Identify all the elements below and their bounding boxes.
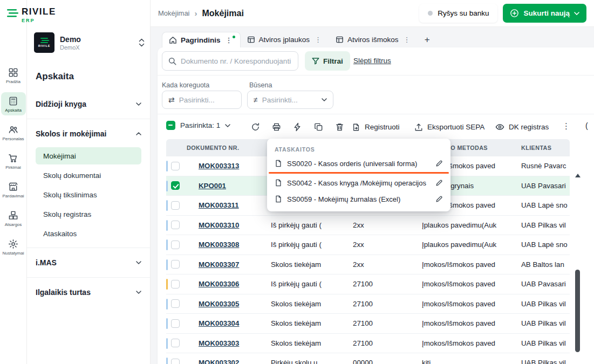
- document-link[interactable]: MOK003306: [199, 280, 239, 288]
- status-select[interactable]: ≠ Pasirinkti...: [247, 91, 333, 109]
- sidebar-item-apskaita[interactable]: Apskaita: [1, 92, 26, 115]
- document-link[interactable]: MOK003307: [199, 260, 239, 269]
- account-cell: 00000: [340, 359, 415, 364]
- row-checkbox[interactable]: [171, 162, 180, 170]
- document-link[interactable]: MOK003302: [199, 359, 239, 364]
- row-checkbox[interactable]: [171, 280, 180, 289]
- method-cell: Įmokos/Išmokos paved: [415, 280, 515, 288]
- sidebar-group-didzioji-knyga[interactable]: Didžioji knyga: [36, 93, 141, 115]
- sidebar-section-title: Apskaita: [36, 71, 141, 82]
- table-row[interactable]: MOK003303 Skolos tiekėjam 27100 Įmokos/I…: [166, 334, 570, 354]
- row-checkbox[interactable]: [171, 241, 180, 249]
- tab-menu-icon[interactable]: ⋮: [224, 37, 234, 44]
- table-row[interactable]: MOK003304 Skolos tiekėjam 27100 Įmokos/I…: [166, 314, 570, 334]
- document-link[interactable]: MOK003304: [199, 319, 239, 327]
- table-row[interactable]: MOK003307 Skolos tiekėjam 2xx Įmokos/Išm…: [166, 255, 570, 275]
- header-document-nr[interactable]: DOKUMENTO NR.: [185, 145, 264, 151]
- report-item-ss0059[interactable]: SS0059 - Mokėjimų žurnalas (Excel): [267, 191, 450, 207]
- print-button[interactable]: [269, 120, 283, 134]
- table-row[interactable]: MOK003306 Iš pirkėjų gauti ( 27100 Įmoko…: [166, 274, 570, 294]
- nav-item-label: Skolų dokumentai: [43, 171, 101, 180]
- row-checkbox[interactable]: [171, 181, 180, 190]
- tab-menu-icon[interactable]: ⋮: [313, 36, 323, 43]
- report-item-ss0020[interactable]: SS0020 - Kasos orderis (universali forma…: [267, 155, 450, 171]
- document-link[interactable]: MOK003308: [199, 241, 239, 249]
- hide-filters-link[interactable]: Slėpti filtrus: [353, 57, 391, 65]
- row-checkbox[interactable]: [171, 299, 180, 308]
- refresh-button[interactable]: [248, 120, 262, 134]
- export-sepa-button[interactable]: Eksportuoti SEPA: [414, 120, 484, 134]
- scroll-up-arrow-icon[interactable]: [575, 174, 581, 177]
- sidebar-item-atsargos[interactable]: Atsargos: [1, 207, 26, 230]
- register-button[interactable]: Registruoti: [352, 120, 400, 134]
- sidebar-item-ataskaitos[interactable]: Ataskaitos: [36, 225, 141, 242]
- report-item-label: SS0059 - Mokėjimų žurnalas (Excel): [287, 195, 431, 203]
- delete-button[interactable]: [332, 120, 346, 134]
- sidebar-item-pardavimai[interactable]: Pardavimai: [1, 178, 26, 201]
- report-item-ss0042[interactable]: SS0042 - Kasos knyga /Mokėjimų operacijo…: [267, 175, 450, 191]
- filter-field-label: Kada koreguota: [162, 81, 209, 89]
- export-sepa-label: Eksportuoti SEPA: [427, 123, 484, 131]
- selection-dropdown[interactable]: Pasirinkta: 1: [166, 121, 230, 130]
- sidebar-item-mokejimai[interactable]: Mokėjimai: [36, 147, 141, 164]
- org-switcher[interactable]: RIVILE Demo DemoX: [34, 32, 145, 53]
- add-tab-button[interactable]: +: [418, 32, 436, 47]
- menu-burger-icon[interactable]: [7, 9, 19, 17]
- sidebar-item-nustatymai[interactable]: Nustatymai: [1, 235, 26, 258]
- document-link[interactable]: MOK003310: [199, 221, 239, 229]
- document-link[interactable]: MOK003303: [199, 339, 239, 347]
- document-link[interactable]: MOK003313: [199, 162, 239, 170]
- create-new-button[interactable]: Sukurti naują: [503, 4, 586, 23]
- zap-button[interactable]: [290, 120, 304, 134]
- sidebar-item-skolu-tikslinimas[interactable]: Skolų tikslinimas: [36, 186, 141, 203]
- operation-cell: Iš pirkėjų gauti (: [264, 221, 340, 229]
- sidebar-item-skolu-dokumentai[interactable]: Skolų dokumentai: [36, 167, 141, 184]
- account-cell: 27100: [340, 280, 415, 288]
- operation-cell: Skolos tiekėjam: [264, 319, 340, 327]
- table-row[interactable]: MOK003310 Iš pirkėjų gauti ( 2xx Įplauko…: [166, 216, 570, 236]
- table-row[interactable]: MOK003305 Skolos tiekėjam 27100 Įmokos/I…: [166, 294, 570, 314]
- rail-label: Nustatymai: [2, 251, 24, 256]
- tab-atviros-iplaukos[interactable]: Atviros įplaukos ⋮: [241, 32, 330, 47]
- sidebar-item-pradzia[interactable]: Pradžia: [1, 64, 26, 87]
- method-cell: Įmokos/Išmokos paved: [415, 260, 515, 269]
- copy-button[interactable]: [311, 120, 325, 134]
- sidebar-group-skolos-ir-mokejimai[interactable]: Skolos ir mokėjimai: [36, 122, 141, 145]
- row-checkbox[interactable]: [171, 339, 180, 347]
- operation-cell: Skolos tiekėjam: [264, 260, 340, 269]
- report-item-label: SS0020 - Kasos orderis (universali forma…: [287, 160, 431, 168]
- dk-register-label: DK registras: [509, 123, 549, 131]
- breadcrumb-parent[interactable]: Mokėjimai: [158, 9, 190, 17]
- tab-menu-icon[interactable]: ⋮: [402, 36, 412, 43]
- sidebar-item-skolu-registras[interactable]: Skolų registras: [36, 205, 141, 223]
- sidebar-group-ilgalaikis-turtas[interactable]: Ilgalaikis turtas: [36, 281, 141, 304]
- bank-connection-button[interactable]: Ryšys su banku: [419, 4, 497, 23]
- date-modified-select[interactable]: ⇄ Pasirinkti...: [162, 91, 242, 109]
- table-row[interactable]: MOK003308 Iš pirkėjų gauti ( 2xx Įplauko…: [166, 235, 570, 255]
- tab-pagrindinis[interactable]: Pagrindinis ⋮: [162, 32, 241, 47]
- row-checkbox[interactable]: [171, 201, 180, 210]
- vertical-scrollbar[interactable]: [575, 270, 580, 352]
- header-client[interactable]: KLIENTAS: [515, 145, 570, 151]
- filters-button[interactable]: Filtrai: [305, 51, 350, 71]
- row-checkbox[interactable]: [171, 319, 180, 328]
- toolbar-more-button[interactable]: ⋮: [562, 121, 570, 131]
- document-link[interactable]: MOK003305: [199, 300, 239, 308]
- tab-atviros-ismokos[interactable]: Atviros išmokos ⋮: [329, 32, 418, 47]
- document-link[interactable]: KPO001: [199, 182, 226, 190]
- table-row[interactable]: MOK003302 Pirkėjų skolų u 00000 kiti UAB…: [166, 353, 570, 364]
- method-cell: Įplaukos pavedimu(Auk: [415, 241, 515, 249]
- sidebar-group-imas[interactable]: i.MAS: [36, 251, 141, 274]
- search-input[interactable]: [181, 57, 292, 65]
- dk-register-button[interactable]: DK registras: [495, 120, 549, 134]
- row-checkbox[interactable]: [171, 221, 180, 229]
- select-all-checkbox[interactable]: [166, 121, 175, 130]
- sidebar-item-pirkimai[interactable]: Pirkimai: [1, 149, 26, 173]
- row-checkbox[interactable]: [171, 260, 180, 269]
- row-checkbox[interactable]: [171, 359, 180, 364]
- document-link[interactable]: MOK003311: [199, 201, 239, 209]
- pencil-icon[interactable]: [435, 160, 443, 167]
- pencil-icon[interactable]: [435, 179, 443, 187]
- sidebar-item-personalas[interactable]: Personalas: [1, 121, 26, 144]
- pencil-icon[interactable]: [435, 195, 443, 203]
